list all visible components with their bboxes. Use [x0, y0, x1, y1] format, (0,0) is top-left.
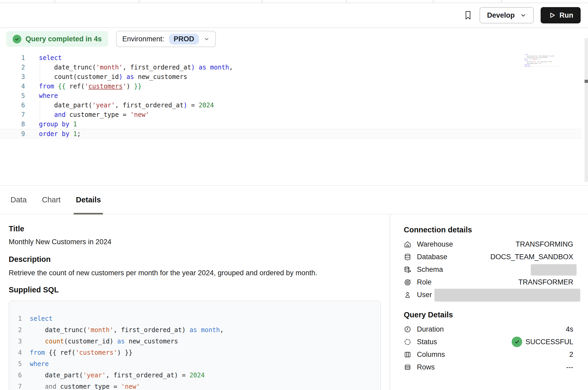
description-heading: Description	[9, 255, 390, 264]
line-number: 4	[0, 82, 25, 91]
columns-icon	[404, 351, 411, 358]
code-line: order by 1;	[525, 66, 559, 67]
status-value-cell: SUCCESSFUL	[512, 337, 573, 347]
sql-editor[interactable]: 1select2 date_trunc('month', first_order…	[0, 50, 588, 185]
minimap-code: select date_trunc('month', first_ordered…	[525, 54, 559, 67]
indent-guide	[40, 72, 40, 82]
success-check-icon	[512, 337, 522, 347]
chevron-down-icon	[204, 36, 210, 42]
supplied-sql-card: 1select2 date_trunc('month', first_order…	[9, 301, 381, 390]
environment-select[interactable]: Environment: PROD	[116, 31, 216, 47]
status-row: Query completed in 4s Environment: PROD	[0, 28, 588, 50]
editor-scrollbar[interactable]	[585, 38, 588, 182]
run-button[interactable]: Run	[541, 7, 581, 23]
code-line: 3 count(customer_id) as new_customers	[0, 72, 582, 82]
results-tab-bar: Data Chart Details	[0, 185, 588, 214]
code-line: 6 date_part('year', first_ordered_at) = …	[0, 101, 582, 110]
connection-row-user: User	[404, 288, 573, 301]
line-number: 3	[0, 72, 25, 82]
query-row-rows: Rows ---	[404, 361, 573, 373]
code-line: 8group by 1	[0, 119, 582, 129]
bookmark-icon	[463, 10, 473, 21]
tab-data[interactable]: Data	[11, 186, 27, 214]
code-line: 1select	[0, 53, 582, 63]
toolbar: Develop Run	[0, 3, 588, 28]
tab-divider	[139, 0, 139, 3]
supplied-sql-heading: Supplied SQL	[9, 286, 390, 294]
tab-divider	[262, 0, 262, 3]
code-line: 2 date_trunc('month', first_ordered_at) …	[0, 63, 582, 72]
schema-icon	[404, 266, 411, 273]
line-number: 3	[9, 336, 22, 347]
chevron-down-icon	[520, 12, 526, 18]
tab-details[interactable]: Details	[76, 186, 101, 214]
title-value: Monthly New Customers in 2024	[9, 238, 390, 246]
user-icon	[404, 291, 411, 299]
connection-row-database: Database DOCS_TEAM_SANDBOX	[404, 251, 573, 263]
code-line: 9order by 1;	[0, 129, 582, 138]
duration-value: 4s	[566, 325, 573, 333]
line-number: 2	[9, 324, 22, 336]
database-icon	[404, 253, 411, 261]
details-right-pane: Connection details Warehouse TRANSFORMIN…	[390, 214, 588, 390]
details-left-pane: Title Monthly New Customers in 2024 Desc…	[0, 214, 390, 390]
indent-guide	[40, 63, 40, 72]
details-panel: Title Monthly New Customers in 2024 Desc…	[0, 214, 588, 390]
user-value-redacted	[435, 289, 580, 301]
code-line: 5where	[9, 358, 380, 370]
query-status-text: Query completed in 4s	[26, 35, 102, 43]
environment-label: Environment:	[122, 35, 164, 43]
description-value: Retrieve the count of new customers per …	[9, 269, 390, 277]
editor-scrollbar-thumb[interactable]	[585, 80, 588, 83]
code-line: 4from {{ ref('customers') }}	[0, 82, 582, 91]
status-icon	[404, 338, 411, 346]
code-line: 5where	[0, 91, 582, 101]
supplied-sql-code-lines: 1select2 date_trunc('month', first_order…	[9, 313, 380, 390]
app-window: Develop Run Query completed in 4s Enviro…	[0, 0, 588, 390]
bookmark-button[interactable]	[463, 10, 473, 21]
code-line: 2 date_trunc('month', first_ordered_at) …	[9, 324, 380, 336]
line-number: 7	[9, 381, 22, 390]
connection-row-role: Role TRANSFORMER	[404, 276, 573, 288]
query-row-status: Status SUCCESSFUL	[404, 336, 573, 348]
line-number: 6	[0, 101, 25, 110]
connection-details-heading: Connection details	[404, 226, 573, 234]
tab-divider	[54, 0, 55, 3]
line-number: 4	[9, 347, 22, 358]
tab-chart[interactable]: Chart	[42, 186, 61, 214]
query-row-columns: Columns 2	[404, 348, 573, 361]
rows-value: ---	[566, 363, 573, 371]
duration-icon	[404, 326, 411, 333]
code-line: 3 count(customer_id) as new_customers	[9, 336, 380, 347]
tab-divider	[346, 0, 347, 3]
columns-value: 2	[569, 351, 573, 359]
line-number: 2	[0, 63, 25, 72]
query-details-rows: Duration 4s Status SUCCESSFUL	[404, 323, 573, 373]
warehouse-icon	[404, 241, 411, 248]
title-heading: Title	[9, 224, 390, 233]
line-number: 1	[9, 313, 22, 324]
line-number: 5	[9, 358, 22, 370]
develop-dropdown-button[interactable]: Develop	[480, 7, 534, 23]
editor-tab-strip	[0, 0, 588, 3]
code-line: 7 and customer_type = 'new'	[9, 381, 380, 390]
line-number: 8	[0, 119, 25, 129]
role-icon	[404, 278, 411, 286]
tab-divider	[501, 0, 502, 3]
query-row-duration: Duration 4s	[404, 323, 573, 336]
develop-label: Develop	[487, 11, 515, 19]
code-line: 6 date_part('year', first_ordered_at) = …	[9, 370, 380, 381]
run-label: Run	[560, 11, 573, 19]
connection-rows: Warehouse TRANSFORMING Database DOCS_TEA…	[404, 238, 573, 301]
code-line: 4from {{ ref('customers') }}	[9, 347, 380, 358]
success-check-icon	[13, 35, 21, 43]
environment-value-pill: PROD	[169, 34, 199, 44]
editor-minimap[interactable]: select date_trunc('month', first_ordered…	[525, 54, 559, 81]
indent-guide	[40, 101, 40, 110]
rows-icon	[404, 363, 411, 371]
schema-value-redacted	[531, 264, 576, 275]
editor-code-lines: 1select2 date_trunc('month', first_order…	[0, 53, 582, 138]
database-value: DOCS_TEAM_SANDBOX	[490, 253, 573, 261]
line-number: 1	[0, 53, 25, 63]
role-value: TRANSFORMER	[519, 278, 574, 286]
